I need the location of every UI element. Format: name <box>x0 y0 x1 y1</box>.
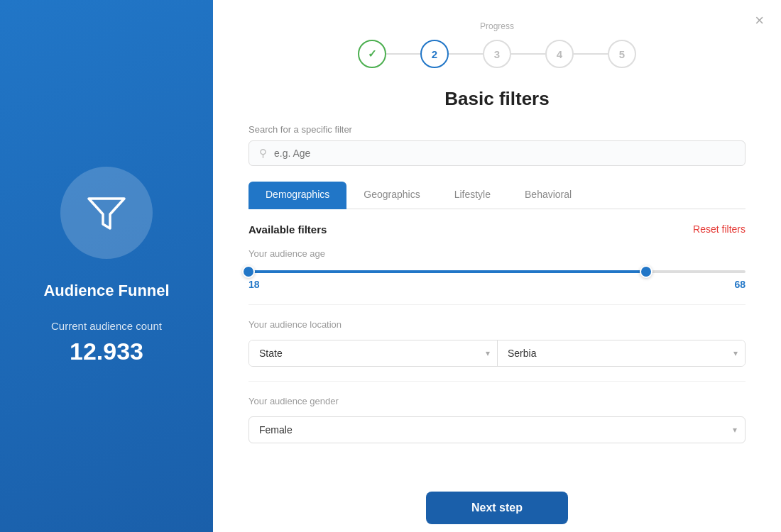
search-label: Search for a specific filter <box>248 124 746 135</box>
next-step-button[interactable]: Next step <box>426 492 568 524</box>
close-button[interactable]: × <box>755 13 764 28</box>
modal-title: Basic filters <box>248 88 746 110</box>
location-type-select[interactable]: State City Country <box>249 340 497 366</box>
progress-steps: ✓ 2 3 4 5 <box>358 40 636 68</box>
range-thumb-max[interactable] <box>640 265 652 278</box>
sidebar: Audience Funnel Current audience count 1… <box>0 0 213 532</box>
location-combined: State City Country ▾ Serbia Croatia Germ… <box>248 340 746 367</box>
age-filter-label: Your audience age <box>248 248 746 259</box>
tab-behavioral[interactable]: Behavioral <box>508 182 589 209</box>
progress-label: Progress <box>480 21 514 31</box>
step-line-3 <box>511 53 545 55</box>
location-value-select[interactable]: Serbia Croatia Germany France <box>497 340 745 366</box>
range-thumb-min[interactable] <box>242 265 255 278</box>
range-labels: 18 68 <box>248 279 746 290</box>
reset-filters-button[interactable]: Reset filters <box>693 223 746 235</box>
step-line-2 <box>449 53 483 55</box>
gender-select[interactable]: Female Male All <box>248 416 746 443</box>
filters-header-title: Available filters <box>248 223 327 235</box>
location-value-wrapper: Serbia Croatia Germany France ▾ <box>497 340 745 366</box>
funnel-icon-circle <box>60 167 153 259</box>
tab-lifestyle[interactable]: Lifestyle <box>437 182 508 209</box>
age-filter-block: Your audience age 18 68 <box>248 248 746 305</box>
location-filter-label: Your audience location <box>248 319 746 330</box>
gender-wrapper: Female Male All ▾ <box>248 416 746 443</box>
search-icon: ⚲ <box>259 147 267 160</box>
range-min-val: 18 <box>248 279 260 290</box>
gender-filter-block: Your audience gender Female Male All ▾ <box>248 396 746 458</box>
step-line-1 <box>386 53 420 55</box>
progress-section: Progress ✓ 2 3 4 5 <box>248 21 746 68</box>
search-input[interactable] <box>274 148 735 159</box>
gender-filter-label: Your audience gender <box>248 396 746 406</box>
tab-demographics[interactable]: Demographics <box>248 182 346 209</box>
range-max-val: 68 <box>734 279 746 290</box>
tabs-row: Demographics Geographics Lifestyle Behav… <box>248 182 746 209</box>
step-2[interactable]: 2 <box>420 40 449 68</box>
step-3[interactable]: 3 <box>483 40 511 68</box>
search-wrapper: ⚲ <box>248 140 746 166</box>
sidebar-title: Audience Funnel <box>43 282 169 300</box>
sidebar-count: 12.933 <box>70 338 143 365</box>
range-track <box>248 270 746 273</box>
age-range-slider[interactable] <box>248 270 746 273</box>
sidebar-count-label: Current audience count <box>51 320 162 332</box>
main-panel: × Progress ✓ 2 3 4 5 Basic filter <box>213 0 781 532</box>
step-1[interactable]: ✓ <box>358 40 386 68</box>
location-filter-block: Your audience location State City Countr… <box>248 319 746 382</box>
step-4[interactable]: 4 <box>545 40 574 68</box>
svg-marker-0 <box>89 199 124 228</box>
tab-geographics[interactable]: Geographics <box>346 182 437 209</box>
filters-header: Available filters Reset filters <box>248 223 746 235</box>
step-line-4 <box>574 53 608 55</box>
location-type-wrapper: State City Country ▾ <box>249 340 497 366</box>
range-fill <box>248 270 646 273</box>
funnel-icon <box>85 192 128 234</box>
step-5[interactable]: 5 <box>608 40 636 68</box>
